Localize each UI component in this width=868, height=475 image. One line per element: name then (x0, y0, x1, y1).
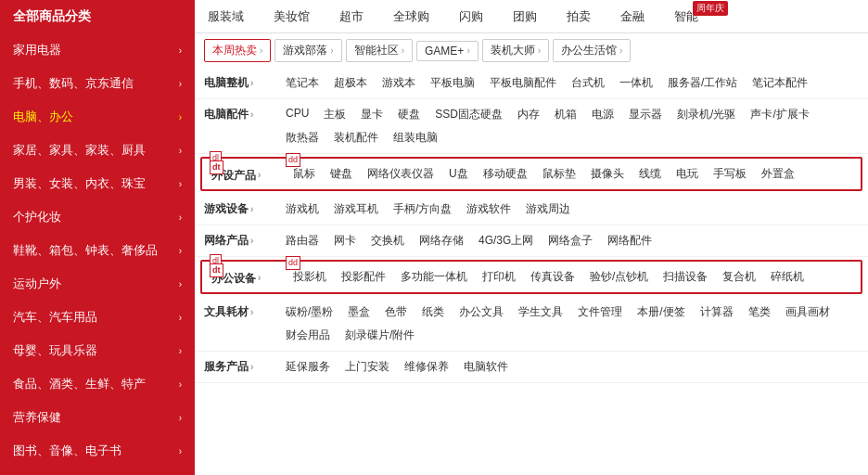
promo-item-5[interactable]: 办公生活馆 › (553, 39, 631, 62)
link-touyingpeijian[interactable]: 投影配件 (334, 265, 393, 289)
link-wangluopeijian[interactable]: 网络配件 (600, 229, 659, 252)
cat-title-wenju[interactable]: 文具耗材 › (204, 301, 278, 320)
link-shubiaopad[interactable]: 鼠标垫 (535, 162, 583, 186)
link-neicun[interactable]: 内存 (510, 103, 547, 126)
link-waizhihe[interactable]: 外置盒 (754, 162, 802, 186)
nav-paimai[interactable]: 拍卖 (563, 8, 594, 25)
link-ssd[interactable]: SSD固态硬盘 (428, 103, 510, 126)
sidebar-item-7[interactable]: 运动户外 › (0, 267, 195, 301)
link-yidong-yingpan[interactable]: 移动硬盘 (476, 162, 535, 186)
link-bijinpeijian[interactable]: 笔记本配件 (745, 71, 815, 95)
cat-title-fuwu[interactable]: 服务产品 › (204, 355, 278, 375)
link-huaju[interactable]: 画具画材 (778, 301, 837, 324)
link-dayinji[interactable]: 打印机 (475, 265, 523, 289)
link-mohezi[interactable]: 墨盒 (340, 301, 377, 324)
link-jianpan[interactable]: 键盘 (323, 162, 360, 186)
link-bangongwenju[interactable]: 办公文具 (452, 301, 511, 324)
promo-item-1[interactable]: 游戏部落 › (274, 39, 341, 62)
link-caihui[interactable]: 财会用品 (278, 324, 338, 347)
link-zhuangji[interactable]: 装机配件 (326, 126, 386, 149)
nav-tuangou[interactable]: 团购 (509, 8, 541, 25)
link-chuanzhen[interactable]: 传真设备 (523, 265, 582, 289)
link-diannaoruanjian[interactable]: 电脑软件 (456, 355, 516, 379)
link-shoubing[interactable]: 手柄/方向盘 (386, 198, 459, 221)
link-wangka[interactable]: 网卡 (326, 229, 364, 252)
link-duogongneng[interactable]: 多功能一体机 (393, 265, 475, 289)
link-upan[interactable]: U盘 (441, 162, 476, 186)
sidebar-item-6[interactable]: 鞋靴、箱包、钟表、奢侈品 › (0, 234, 195, 267)
link-server[interactable]: 服务器/工作站 (660, 71, 745, 95)
nav-meizhuang[interactable]: 美妆馆 (270, 8, 313, 25)
link-xueshengwenju[interactable]: 学生文具 (511, 301, 570, 324)
link-cpu[interactable]: CPU (278, 103, 316, 126)
link-taishi[interactable]: 台式机 (564, 71, 612, 95)
link-youxiji[interactable]: 游戏机 (278, 198, 326, 221)
link-benchebian[interactable]: 本册/便签 (630, 301, 692, 324)
link-xianshiqi[interactable]: 显示器 (621, 103, 670, 126)
sidebar-item-8[interactable]: 汽车、汽车用品 › (0, 301, 195, 334)
cat-title-youxi[interactable]: 游戏设备 › (204, 198, 278, 217)
link-shexiangtou[interactable]: 摄像头 (583, 162, 632, 186)
link-pingbanpeijian[interactable]: 平板电脑配件 (482, 71, 564, 95)
link-wangluo-yi[interactable]: 网络仪表仪器 (360, 162, 441, 186)
sidebar-item-3[interactable]: 家居、家具、家装、厨具 › (0, 134, 195, 167)
link-wangluohezi[interactable]: 网络盒子 (541, 229, 600, 252)
nav-chaoshi[interactable]: 超市 (336, 8, 367, 25)
promo-item-3[interactable]: GAME+ › (416, 41, 479, 61)
link-shengka[interactable]: 声卡/扩展卡 (743, 103, 816, 126)
link-zhilei[interactable]: 纸类 (415, 301, 452, 324)
link-dianyuan[interactable]: 电源 (584, 103, 621, 126)
sidebar-item-9[interactable]: 母婴、玩具乐器 › (0, 334, 195, 367)
link-dianwan[interactable]: 电玩 (669, 162, 706, 186)
promo-item-4[interactable]: 装机大师 › (482, 39, 549, 62)
link-keluoji[interactable]: 刻录机/光驱 (670, 103, 743, 126)
link-wenjiangl[interactable]: 文件管理 (570, 301, 630, 324)
link-youxiruanjian[interactable]: 游戏软件 (459, 198, 518, 221)
nav-fuzhuang[interactable]: 服装域 (204, 8, 248, 25)
link-zuzhang[interactable]: 组装电脑 (386, 126, 445, 149)
link-luyouqi[interactable]: 路由器 (278, 229, 326, 252)
link-jisuanqi[interactable]: 计算器 (693, 301, 741, 324)
link-chaojiben[interactable]: 超极本 (326, 71, 375, 95)
sidebar-item-4[interactable]: 男装、女装、内衣、珠宝 › (0, 167, 195, 200)
sidebar-item-0[interactable]: 家用电器 › (0, 33, 195, 67)
cat-title-bangong[interactable]: dt 办公设备 › (211, 265, 286, 287)
link-suizhiji[interactable]: 碎纸机 (763, 265, 811, 289)
nav-quanjiegou[interactable]: 全球购 (389, 8, 433, 25)
link-xianlian[interactable]: 线缆 (632, 162, 669, 186)
link-wangluocunchu[interactable]: 网络存储 (412, 229, 471, 252)
link-yanbao[interactable]: 延保服务 (278, 355, 338, 379)
sidebar-item-11[interactable]: 营养保健 › (0, 401, 195, 434)
link-tanfen[interactable]: 碳粉/墨粉 (278, 301, 340, 324)
link-sanreqi[interactable]: 散热器 (278, 126, 326, 149)
sidebar-item-5[interactable]: 个护化妆 › (0, 200, 195, 234)
sidebar-item-2[interactable]: 电脑、办公 › (0, 100, 195, 134)
link-keludie[interactable]: 刻录碟片/附件 (338, 324, 422, 347)
link-yiti[interactable]: 一体机 (612, 71, 660, 95)
promo-item-0[interactable]: 本周热卖 › (204, 39, 271, 62)
link-4g3g[interactable]: 4G/3G上网 (471, 229, 541, 252)
link-bilei[interactable]: 笔类 (741, 301, 778, 324)
sidebar-item-1[interactable]: 手机、数码、京东通信 › (0, 67, 195, 100)
link-yingpan[interactable]: 硬盘 (390, 103, 428, 126)
link-jixiang[interactable]: 机箱 (547, 103, 584, 126)
link-yancha[interactable]: 验钞/点钞机 (582, 265, 656, 289)
link-fuheji[interactable]: 复合机 (715, 265, 763, 289)
link-xianka[interactable]: 显卡 (353, 103, 390, 126)
link-sedai[interactable]: 色带 (377, 301, 415, 324)
link-shoxieben[interactable]: 手写板 (706, 162, 754, 186)
cat-title-peijian[interactable]: 电脑配件 › (204, 103, 278, 122)
link-bijiben[interactable]: 笔记本 (278, 71, 326, 95)
cat-title-wangluo[interactable]: 网络产品 › (204, 229, 278, 249)
link-weixiu[interactable]: 维修保养 (397, 355, 456, 379)
link-shangmen[interactable]: 上门安装 (338, 355, 397, 379)
link-zhuban[interactable]: 主板 (316, 103, 353, 126)
link-youxiben[interactable]: 游戏本 (375, 71, 423, 95)
link-jiaohuanji[interactable]: 交换机 (364, 229, 412, 252)
nav-jinrong[interactable]: 金融 (617, 8, 648, 25)
cat-title-waixie[interactable]: dt 外设产品 › (211, 162, 286, 184)
sidebar-item-12[interactable]: 图书、音像、电子书 › (0, 434, 195, 468)
sidebar-item-10[interactable]: 食品、酒类、生鲜、特产 › (0, 367, 195, 401)
cat-title-zhengjia[interactable]: 电脑整机 › (204, 71, 278, 91)
promo-item-2[interactable]: 智能社区 › (346, 39, 413, 62)
